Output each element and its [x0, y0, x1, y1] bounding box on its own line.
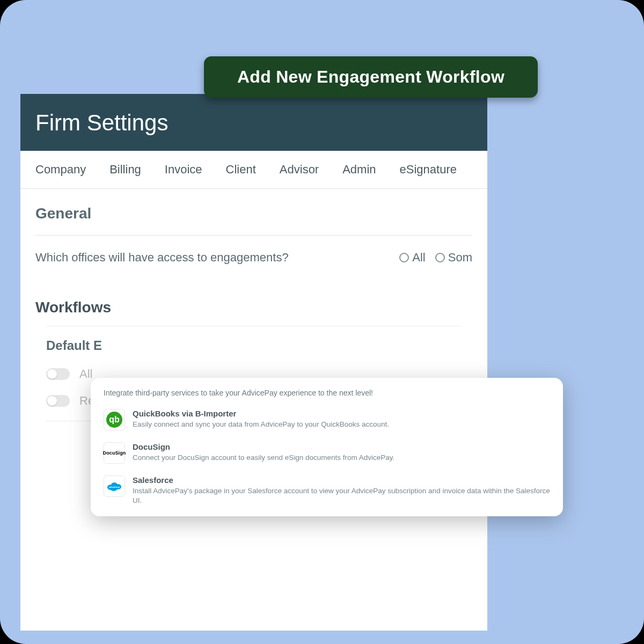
integration-title: Salesforce	[133, 475, 550, 485]
toggle-all-label: All	[79, 367, 92, 381]
svg-text:salesforce: salesforce	[109, 486, 120, 488]
radio-circle-icon	[435, 253, 445, 262]
toggle-all[interactable]	[46, 368, 70, 380]
add-engagement-workflow-label: Add New Engagement Workflow	[237, 67, 504, 87]
integration-salesforce[interactable]: salesforce Salesforce Install AdvicePay'…	[101, 471, 552, 508]
integrations-popup: Integrate third-party services to take y…	[91, 378, 563, 516]
radio-all[interactable]: All	[399, 251, 425, 265]
tab-client[interactable]: Client	[226, 163, 256, 177]
tab-advisor[interactable]: Advisor	[280, 163, 319, 177]
tab-invoice[interactable]: Invoice	[165, 163, 202, 177]
tab-admin[interactable]: Admin	[342, 163, 376, 177]
access-radio-group: All Som	[399, 251, 472, 265]
tab-row: Company Billing Invoice Client Advisor A…	[20, 151, 487, 189]
divider	[35, 235, 472, 236]
toggle-re[interactable]	[46, 395, 70, 407]
radio-circle-icon	[399, 253, 409, 262]
access-question: Which offices will have access to engage…	[35, 251, 289, 265]
integration-docusign[interactable]: DocuSign DocuSign Connect your DocuSign …	[101, 438, 552, 471]
page-title: Firm Settings	[35, 110, 472, 136]
app-header: Firm Settings	[20, 94, 487, 151]
app-window: Firm Settings Company Billing Invoice Cl…	[20, 94, 487, 631]
integration-title: QuickBooks via B-Importer	[133, 409, 389, 418]
integration-text: Salesforce Install AdvicePay's package i…	[133, 475, 550, 506]
add-engagement-workflow-button[interactable]: Add New Engagement Workflow	[204, 56, 538, 98]
integration-quickbooks[interactable]: qb QuickBooks via B-Importer Easily conn…	[101, 405, 552, 438]
tab-billing[interactable]: Billing	[109, 163, 141, 177]
integration-desc: Install AdvicePay's package in your Sale…	[133, 486, 550, 506]
divider	[46, 326, 462, 326]
general-heading: General	[35, 205, 472, 222]
tab-company[interactable]: Company	[35, 163, 86, 177]
tab-esignature[interactable]: eSignature	[400, 163, 457, 177]
integration-desc: Connect your DocuSign account to easily …	[133, 453, 394, 463]
integration-title: DocuSign	[133, 442, 394, 451]
radio-some[interactable]: Som	[435, 251, 472, 265]
workflows-heading: Workflows	[20, 286, 487, 326]
general-section: General	[20, 189, 487, 236]
integration-text: QuickBooks via B-Importer Easily connect…	[133, 409, 389, 429]
integrations-intro: Integrate third-party services to take y…	[101, 389, 552, 397]
quickbooks-icon: qb	[104, 409, 125, 430]
radio-all-label: All	[412, 251, 425, 265]
access-row: Which offices will have access to engage…	[20, 251, 487, 286]
integration-text: DocuSign Connect your DocuSign account t…	[133, 442, 394, 463]
docusign-icon: DocuSign	[104, 442, 125, 464]
radio-some-label: Som	[448, 251, 472, 265]
integration-desc: Easily connect and sync your data from A…	[133, 420, 389, 429]
salesforce-icon: salesforce	[104, 475, 125, 497]
default-heading: Default E	[46, 338, 462, 353]
stage: Firm Settings Company Billing Invoice Cl…	[0, 0, 644, 644]
